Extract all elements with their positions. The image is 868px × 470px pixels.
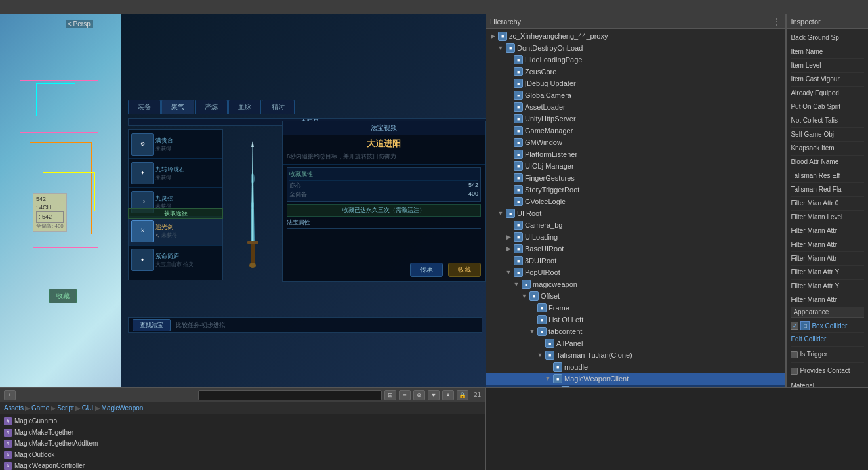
icon-unityhttpsrv: ■ — [514, 114, 523, 123]
inv-sub-5: 大宝庄山市 拍卖 — [155, 261, 194, 268]
collect-button[interactable]: 收藏 — [448, 263, 481, 277]
label-assetloader: AssetLoader — [525, 103, 566, 111]
insp-edit-collider[interactable]: Edit Collider — [791, 333, 864, 347]
tree-item-uiobjmgr[interactable]: ■ UIObj Manager — [486, 160, 785, 172]
inv-item-4[interactable]: ⚔ 追光剑 ↖未获得 — [129, 217, 222, 246]
tree-item-uiloading[interactable]: ■ UILoading — [486, 231, 785, 243]
arrow-baseuiroot — [505, 245, 512, 253]
icon-platformlistener: ■ — [514, 150, 523, 159]
breadcrumb-game[interactable]: Game — [31, 404, 49, 412]
tree-item-frame[interactable]: ■ Frame — [486, 302, 785, 314]
create-btn[interactable]: + — [4, 390, 16, 400]
tree-item-listleft[interactable]: ■ List Of Left — [486, 314, 785, 326]
label-gamemgr: GameManager — [525, 127, 573, 135]
star-btn[interactable]: ★ — [442, 390, 454, 400]
file-list[interactable]: # MagicGuanmo # MagicMakeTogether # Magi… — [0, 414, 485, 470]
tree-item-dontdestroy[interactable]: ■ DontDestroyOnLoad — [486, 42, 785, 54]
file-item-magicguanmo[interactable]: # MagicGuanmo — [0, 416, 485, 427]
inv-item-2[interactable]: ✦ 九转玲珑石 未获得 — [129, 159, 222, 188]
file-item-magicmaketogetheradditem[interactable]: # MagicMakeTogetherAddItem — [0, 438, 485, 449]
breadcrumb-magicweapon[interactable]: MagicWeapon — [102, 404, 144, 412]
tree-item-zc-proxy[interactable]: ■ zc_Xinheyangcheng_44_proxy — [486, 30, 785, 42]
tree-item-assetloader[interactable]: ■ AssetLoader — [486, 101, 785, 113]
tree-item-storyroot[interactable]: ■ StoryTriggerRoot — [486, 184, 785, 196]
tab-refine[interactable]: 淬炼 — [195, 100, 228, 114]
provides-contact-checkbox[interactable] — [791, 368, 798, 375]
insp-item-level: Item Level — [791, 59, 864, 73]
inv-name-1: 满贵台 — [155, 137, 173, 145]
tree-item-allpanel[interactable]: ■ AllPanel — [486, 337, 785, 349]
inv-item-1[interactable]: ⚙ 满贵台 未获得 — [129, 130, 222, 159]
insp-filter-mian-attr-y2: Filter Mian Attr Y — [791, 280, 864, 293]
tree-item-baseuiroot[interactable]: ■ BaseUIRoot — [486, 243, 785, 255]
find-weapon-btn[interactable]: 查找法宝 — [133, 319, 171, 331]
icon-gmwindow: ■ — [514, 138, 523, 147]
label-talisman-tujian: Talisman-TuJian(Clone) — [556, 351, 632, 359]
tree-item-gvoice[interactable]: ■ GVoiceLogic — [486, 196, 785, 207]
tree-item-popuiroot[interactable]: ■ PopUIRoot — [486, 267, 785, 278]
label-moudle: moudle — [564, 363, 588, 371]
breadcrumb-assets[interactable]: Assets — [4, 404, 24, 412]
tree-item-globalcam[interactable]: ■ GlobalCamera — [486, 89, 785, 101]
tab-blood[interactable]: 血脉 — [228, 100, 261, 114]
hierarchy-menu-btn[interactable]: ⋮ — [772, 16, 781, 27]
grid-view-btn[interactable]: ⊞ — [384, 390, 396, 400]
tree-item-unityhttpsrv[interactable]: ■ UnityHttpServer — [486, 113, 785, 125]
arrow-zc-proxy — [489, 32, 497, 40]
file-item-magicweaponcontroller[interactable]: # MagicWeaponController — [0, 460, 485, 470]
project-search-input[interactable] — [198, 390, 382, 400]
arrow-zeus — [505, 68, 512, 75]
tree-item-moudle[interactable]: ■ moudle — [486, 361, 785, 373]
tree-item-camerabg[interactable]: ■ Camera_bg — [486, 219, 785, 231]
is-trigger-checkbox[interactable] — [791, 351, 798, 358]
tree-item-fingergestures[interactable]: ■ FingerGestures — [486, 172, 785, 184]
tab-discuss[interactable]: 精讨 — [262, 100, 295, 114]
insp-item-name: Item Name — [791, 45, 864, 59]
inv-icon-4: ⚔ — [131, 220, 154, 242]
icon-gvoice: ■ — [514, 197, 523, 206]
breadcrumb-sep-3: ▶ — [75, 404, 81, 412]
tree-item-magicweapon[interactable]: ■ magicweapon — [486, 278, 785, 290]
tree-item-tabcontent[interactable]: ■ tabcontent — [486, 326, 785, 337]
tree-item-3duiroot[interactable]: ■ 3DUIRoot — [486, 255, 785, 267]
search-btn[interactable]: ⊕ — [413, 390, 425, 400]
hierarchy-tree[interactable]: ■ zc_Xinheyangcheng_44_proxy ■ DontDestr… — [486, 29, 785, 387]
share-button[interactable]: 传承 — [410, 263, 443, 277]
breadcrumb-gui[interactable]: GUI — [82, 404, 94, 412]
tree-item-talisman-tujian[interactable]: ■ Talisman-TuJian(Clone) — [486, 349, 785, 361]
lock-btn[interactable]: 🔒 — [457, 390, 468, 400]
filter-btn[interactable]: ▼ — [428, 390, 440, 400]
inv-sub-4: ↖未获得 — [155, 232, 177, 239]
tree-item-hideloading[interactable]: ■ HideLoadingPage — [486, 54, 785, 66]
box-collider-label: Box Collider — [812, 322, 847, 330]
insp-background-sp: Back Ground Sp — [791, 32, 864, 45]
file-name-magicweaponcontroller: MagicWeaponController — [14, 462, 85, 469]
tab-equip[interactable]: 装备 — [128, 100, 161, 114]
insp-appearance-section: Appearance — [791, 307, 864, 318]
collect-btn-viewport[interactable]: 收藏 — [49, 289, 77, 303]
label-magicweapon-client: MagicWeaponClient — [564, 375, 629, 383]
inv-list[interactable]: ⚙ 满贵台 未获得 ✦ 九转玲珑石 未获得 ☽ — [128, 129, 223, 280]
list-view-btn[interactable]: ≡ — [399, 390, 411, 400]
tree-item-debug[interactable]: ■ [Debug Updater] — [486, 77, 785, 89]
tree-item-uiroot[interactable]: ■ UI Root — [486, 207, 785, 219]
inspector-title: Inspector — [791, 18, 820, 26]
tab-active[interactable]: 聚气 — [161, 100, 194, 114]
inv-sub-2: 未获得 — [155, 174, 185, 181]
tree-item-gamemgr[interactable]: ■ GameManager — [486, 125, 785, 137]
tree-item-platformlistener[interactable]: ■ PlatformListener — [486, 148, 785, 160]
project-browser: + ⊞ ≡ ⊕ ▼ ★ 🔒 21 Assets ▶ Game ▶ Script … — [0, 388, 486, 470]
tree-item-zeus[interactable]: ■ ZeusCore — [486, 66, 785, 77]
icon-hideloading: ■ — [514, 55, 523, 64]
file-icon-magicweaponcontroller: # — [4, 462, 12, 470]
box-collider-checkbox[interactable]: ✓ — [791, 322, 798, 330]
file-item-magicmaketogether[interactable]: # MagicMakeTogether — [0, 427, 485, 438]
tree-item-offset[interactable]: ■ Offset — [486, 290, 785, 302]
insp-filter-mian-attr-y1: Filter Mian Attr Y — [791, 266, 864, 280]
inv-item-5[interactable]: ♦ 紫命简庐 大宝庄山市 拍卖 — [129, 246, 222, 274]
tree-item-gmwindow[interactable]: ■ GMWindow — [486, 137, 785, 148]
breadcrumb: Assets ▶ Game ▶ Script ▶ GUI ▶ MagicWeap… — [0, 402, 485, 414]
breadcrumb-script[interactable]: Script — [57, 404, 74, 412]
tree-item-magicweapon-client[interactable]: ■ MagicWeaponClient — [486, 373, 785, 385]
file-item-magicoutlook[interactable]: # MagicOutlook — [0, 449, 485, 460]
